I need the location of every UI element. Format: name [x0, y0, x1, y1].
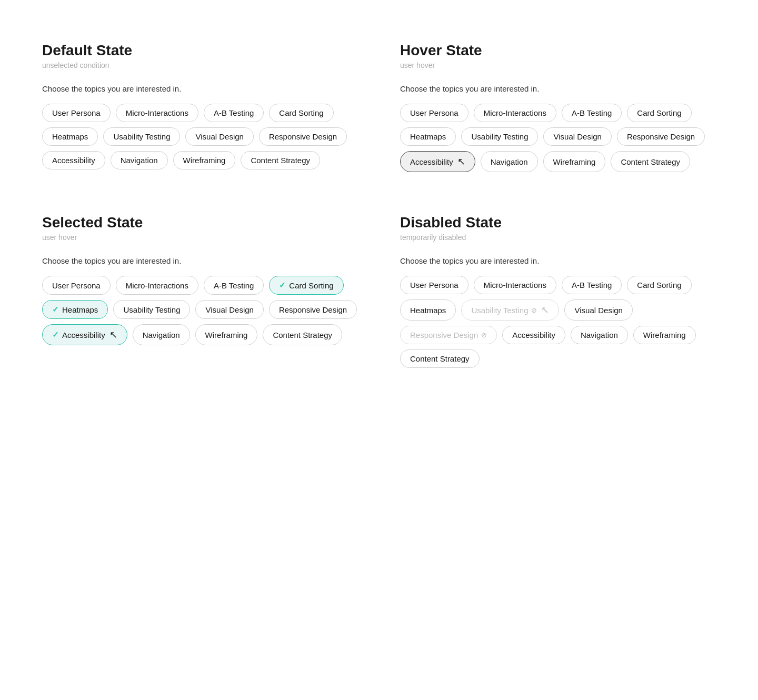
tag-default-visual-design[interactable]: Visual Design [185, 127, 253, 146]
tag-default-wireframing[interactable]: Wireframing [173, 151, 236, 169]
default-subtitle: unselected condition [42, 61, 358, 69]
tag-label: Navigation [581, 331, 618, 339]
hover-prompt: Choose the topics you are interested in. [400, 84, 716, 93]
tag-disabled-micro-interactions[interactable]: Micro-Interactions [474, 276, 556, 294]
tag-selected-wireframing[interactable]: Wireframing [195, 324, 258, 345]
tag-default-heatmaps[interactable]: Heatmaps [42, 127, 98, 146]
tag-selected-accessibility[interactable]: ✓Accessibility↖ [42, 324, 127, 345]
tag-disabled-responsive-design[interactable]: Responsive Design⊘ [400, 326, 497, 344]
tag-label: Micro-Interactions [126, 281, 188, 290]
tag-label: Navigation [491, 157, 528, 166]
selected-prompt: Choose the topics you are interested in. [42, 256, 358, 265]
tag-disabled-a-b-testing[interactable]: A-B Testing [562, 276, 622, 294]
selected-title: Selected State [42, 214, 358, 231]
tag-label: Accessibility [410, 157, 453, 166]
disabled-title: Disabled State [400, 214, 716, 231]
tag-label: Card Sorting [637, 281, 681, 289]
tag-label: A-B Testing [214, 108, 254, 117]
disabled-tags: User PersonaMicro-InteractionsA-B Testin… [400, 276, 716, 368]
tag-selected-heatmaps[interactable]: ✓Heatmaps [42, 300, 108, 319]
section-selected: Selected Stateuser hoverChoose the topic… [42, 214, 358, 368]
hover-tags: User PersonaMicro-InteractionsA-B Testin… [400, 104, 716, 172]
tag-hover-visual-design[interactable]: Visual Design [543, 127, 611, 146]
tag-label: Card Sorting [279, 108, 323, 117]
tag-default-a-b-testing[interactable]: A-B Testing [204, 104, 264, 122]
tag-selected-a-b-testing[interactable]: A-B Testing [204, 276, 264, 295]
tag-default-card-sorting[interactable]: Card Sorting [269, 104, 333, 122]
tag-label: Content Strategy [251, 156, 310, 165]
tag-disabled-wireframing[interactable]: Wireframing [633, 326, 696, 344]
tag-label: Content Strategy [273, 331, 332, 339]
tag-disabled-card-sorting[interactable]: Card Sorting [627, 276, 691, 294]
tag-default-content-strategy[interactable]: Content Strategy [241, 151, 320, 169]
selected-tags: User PersonaMicro-InteractionsA-B Testin… [42, 276, 358, 345]
tag-default-user-persona[interactable]: User Persona [42, 104, 111, 122]
tag-selected-content-strategy[interactable]: Content Strategy [263, 324, 342, 345]
tag-default-accessibility[interactable]: Accessibility [42, 151, 105, 169]
tag-disabled-navigation[interactable]: Navigation [571, 326, 628, 344]
disabled-subtitle: temporarily disabled [400, 233, 716, 242]
tag-label: Usability Testing [113, 132, 170, 141]
tag-hover-content-strategy[interactable]: Content Strategy [611, 151, 690, 172]
tag-label: A-B Testing [572, 281, 612, 289]
tag-label: Micro-Interactions [484, 108, 546, 117]
check-icon: ✓ [52, 330, 59, 339]
tag-disabled-heatmaps[interactable]: Heatmaps [400, 299, 456, 321]
tag-label: Responsive Design [627, 132, 695, 141]
tag-disabled-usability-testing[interactable]: Usability Testing⊘↖ [461, 299, 559, 321]
tag-label: Heatmaps [62, 305, 98, 314]
tag-hover-micro-interactions[interactable]: Micro-Interactions [474, 104, 556, 122]
tag-label: Wireframing [205, 331, 248, 339]
tag-label: Visual Design [205, 305, 253, 314]
tag-selected-micro-interactions[interactable]: Micro-Interactions [116, 276, 198, 295]
tag-default-micro-interactions[interactable]: Micro-Interactions [116, 104, 198, 122]
tag-disabled-user-persona[interactable]: User Persona [400, 276, 468, 294]
tag-label: Card Sorting [289, 281, 333, 290]
tag-label: User Persona [410, 108, 458, 117]
tag-label: Wireframing [183, 156, 226, 165]
tag-hover-accessibility[interactable]: Accessibility↖ [400, 151, 475, 172]
tag-selected-user-persona[interactable]: User Persona [42, 276, 111, 295]
tag-selected-visual-design[interactable]: Visual Design [195, 300, 263, 319]
tag-label: User Persona [52, 281, 101, 290]
tag-label: Content Strategy [621, 157, 680, 166]
tag-label: Usability Testing [471, 132, 528, 141]
tag-default-usability-testing[interactable]: Usability Testing [103, 127, 180, 146]
tag-default-responsive-design[interactable]: Responsive Design [259, 127, 347, 146]
tag-label: User Persona [52, 108, 101, 117]
tag-hover-user-persona[interactable]: User Persona [400, 104, 468, 122]
tag-selected-navigation[interactable]: Navigation [133, 324, 190, 345]
tag-label: Wireframing [643, 331, 686, 339]
tag-label: A-B Testing [214, 281, 254, 290]
tag-hover-responsive-design[interactable]: Responsive Design [617, 127, 705, 146]
section-hover: Hover Stateuser hoverChoose the topics y… [400, 42, 716, 172]
default-tags: User PersonaMicro-InteractionsA-B Testin… [42, 104, 358, 169]
tag-selected-usability-testing[interactable]: Usability Testing [113, 300, 190, 319]
default-prompt: Choose the topics you are interested in. [42, 84, 358, 93]
tag-selected-card-sorting[interactable]: ✓Card Sorting [269, 276, 343, 295]
default-title: Default State [42, 42, 358, 59]
cursor-icon: ↖ [109, 329, 117, 341]
cursor-icon: ↖ [457, 156, 465, 167]
tag-disabled-accessibility[interactable]: Accessibility [502, 326, 565, 344]
section-default: Default Stateunselected conditionChoose … [42, 42, 358, 172]
check-icon: ✓ [52, 305, 59, 314]
tag-hover-navigation[interactable]: Navigation [481, 151, 538, 172]
tag-default-navigation[interactable]: Navigation [111, 151, 168, 169]
tag-selected-responsive-design[interactable]: Responsive Design [269, 300, 357, 319]
tag-disabled-content-strategy[interactable]: Content Strategy [400, 349, 480, 368]
tag-label: Visual Design [553, 132, 601, 141]
tag-label: Responsive Design [410, 331, 478, 339]
tag-hover-usability-testing[interactable]: Usability Testing [461, 127, 538, 146]
tag-label: Card Sorting [637, 108, 681, 117]
tag-label: Visual Design [574, 306, 622, 315]
tag-label: Usability Testing [471, 306, 528, 315]
tag-label: Content Strategy [410, 354, 470, 363]
tag-hover-a-b-testing[interactable]: A-B Testing [562, 104, 622, 122]
tag-label: Responsive Design [279, 305, 347, 314]
tag-hover-card-sorting[interactable]: Card Sorting [627, 104, 691, 122]
tag-hover-heatmaps[interactable]: Heatmaps [400, 127, 456, 146]
tag-label: Navigation [143, 331, 180, 339]
tag-disabled-visual-design[interactable]: Visual Design [564, 299, 632, 321]
tag-hover-wireframing[interactable]: Wireframing [543, 151, 606, 172]
